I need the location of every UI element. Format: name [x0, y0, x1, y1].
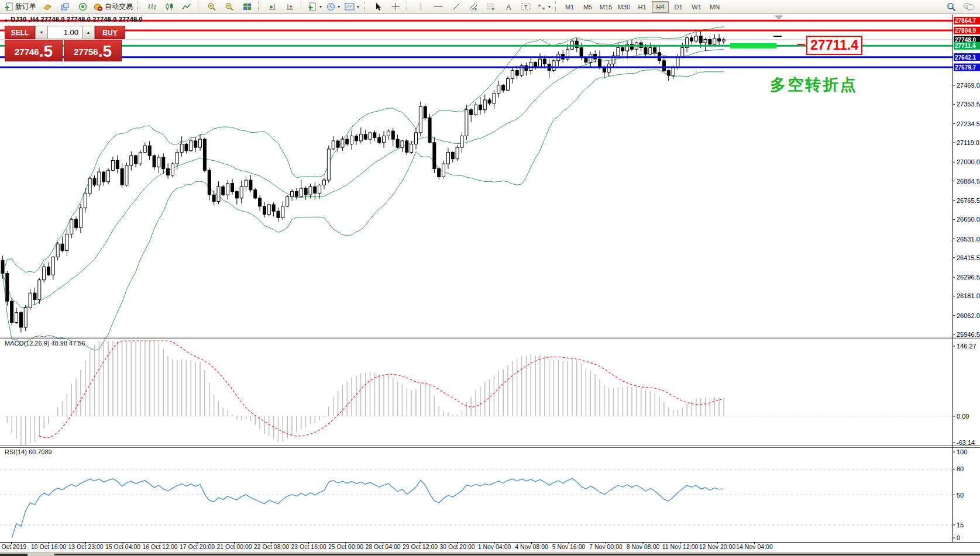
profiles-icon — [60, 3, 70, 11]
indicators-button[interactable]: ▾ — [306, 1, 324, 13]
horizontal-line-button[interactable] — [429, 1, 447, 13]
time-axis-label: 15 Oct 04:00 — [105, 543, 140, 550]
time-axis-label: 11 Nov 12:00 — [662, 543, 699, 550]
rsi-level-label: 80 — [957, 465, 964, 472]
timeframe-button-MN[interactable]: MN — [706, 1, 723, 13]
timeframe-button-M30[interactable]: M30 — [615, 1, 632, 13]
text-icon: A — [505, 3, 513, 11]
arrows-button[interactable]: ▾ — [535, 1, 553, 13]
volume-decrease-button[interactable]: ▼ — [35, 26, 48, 39]
buy-button[interactable]: BUY — [95, 26, 125, 39]
gold-tag-icon — [43, 3, 52, 11]
timeframe-button-M1[interactable]: M1 — [561, 1, 578, 13]
buy-price[interactable]: 27756.5 — [64, 40, 122, 61]
time-axis-label: 12 Nov 20:00 — [699, 543, 735, 550]
indicators-icon — [308, 2, 317, 11]
periods-button[interactable]: ▾ — [324, 1, 342, 13]
zoom-in-button[interactable] — [203, 1, 221, 13]
candlestick-chart-button[interactable] — [160, 1, 178, 13]
market-watch-button[interactable] — [39, 1, 56, 13]
tile-windows-button[interactable] — [238, 1, 256, 13]
time-axis-label: 16 Oct 12:00 — [142, 543, 177, 550]
chat-bubbles-icon — [963, 2, 975, 11]
text-label-icon: T — [521, 2, 531, 11]
timeframe-button-W1[interactable]: W1 — [688, 1, 705, 13]
svg-text:27642.1: 27642.1 — [955, 54, 976, 61]
bottom-scroll-strip[interactable] — [0, 552, 980, 556]
symbol-title: ▲DJ30 ,H4 27748.0 27748.0 27748.0 27748.… — [4, 16, 143, 23]
price-tick-label: 26765.5 — [957, 197, 980, 204]
cursor-button[interactable] — [369, 1, 387, 13]
arrows-icon — [537, 3, 546, 11]
line-chart-button[interactable] — [178, 1, 195, 13]
fibonacci-button[interactable]: F — [482, 1, 500, 13]
chart-shift-button[interactable] — [281, 1, 298, 13]
chart-shift-marker[interactable] — [775, 16, 782, 19]
search-button[interactable] — [943, 1, 960, 13]
community-chat-button[interactable] — [960, 1, 978, 13]
timeframe-button-M15[interactable]: M15 — [597, 1, 614, 13]
candlestick-chart-icon — [165, 2, 174, 11]
rsi-indicator-label: RSI(14) 60.7089 — [5, 448, 52, 455]
timeframe-button-H1[interactable]: H1 — [634, 1, 651, 13]
highlight-bar[interactable] — [730, 43, 776, 49]
buy-price-pips: .5 — [98, 43, 112, 60]
svg-text:T: T — [524, 4, 528, 10]
volume-increase-button[interactable]: ▲ — [82, 26, 95, 39]
timeframe-button-H4[interactable]: H4 — [652, 1, 669, 13]
trendline-button[interactable] — [447, 1, 465, 13]
scroll-thumb[interactable] — [0, 554, 27, 556]
templates-button[interactable]: ▾ — [342, 1, 362, 13]
main-toolbar: 新订单 自动交易 ▾ ▾ ▾ E F A T ▾ M1M5M15M30H1H4D… — [0, 0, 980, 14]
time-axis-label: 30 Oct 20:00 — [439, 543, 474, 550]
chart-shift-icon — [286, 3, 294, 11]
time-axis-label: 21 Oct 00:00 — [216, 543, 252, 550]
svg-text:27711.4: 27711.4 — [955, 43, 976, 49]
bollinger-lower-band — [3, 70, 724, 350]
price-callout[interactable]: 27711.4 — [806, 36, 862, 55]
time-axis-label: 4 Nov 08:00 — [515, 543, 548, 550]
tile-windows-icon — [243, 3, 252, 11]
price-tick-label: 27353.5 — [957, 101, 980, 108]
auto-trading-button[interactable]: 自动交易 — [91, 1, 135, 13]
vertical-line-button[interactable] — [412, 1, 429, 13]
timeframe-toolbar: M1M5M15M30H1H4D1W1MN — [561, 1, 724, 13]
time-axis-label: 29 Oct 12:00 — [403, 543, 438, 550]
collapse-panel-icon[interactable]: ▲ — [4, 18, 8, 23]
timeframe-button-D1[interactable]: D1 — [670, 1, 687, 13]
line-chart-icon — [182, 3, 191, 11]
crosshair-button[interactable] — [387, 1, 404, 13]
svg-text:27864.7: 27864.7 — [955, 18, 976, 24]
sell-price[interactable]: 27746.5 — [5, 40, 63, 61]
zoom-out-icon — [225, 2, 234, 11]
signal-button[interactable] — [74, 1, 91, 13]
trend-annotation[interactable]: 多空转折点 — [770, 74, 858, 95]
rsi-level-label: 0 — [957, 534, 960, 541]
bar-chart-button[interactable] — [143, 1, 160, 13]
auto-trading-icon — [94, 3, 103, 11]
time-axis-label: 1 Nov 04:00 — [478, 543, 511, 550]
timeframe-button-M5[interactable]: M5 — [579, 1, 596, 13]
svg-text:27579.7: 27579.7 — [955, 64, 976, 71]
time-axis-label: 28 Oct 04:00 — [365, 543, 400, 550]
auto-scroll-button[interactable] — [263, 1, 281, 13]
trendline-icon — [452, 2, 460, 11]
volume-input[interactable] — [48, 26, 82, 39]
time-axis[interactable]: 9 Oct 201910 Oct 16:0013 Oct 23:0015 Oct… — [0, 543, 980, 551]
time-axis-label: 10 Oct 16:00 — [31, 543, 66, 550]
equidistant-channel-button[interactable]: E — [465, 1, 482, 13]
profiles-button[interactable] — [56, 1, 74, 13]
rsi-level-label: 15 — [957, 522, 964, 529]
time-axis-label: 14 Nov 04:00 — [736, 543, 772, 550]
sell-button[interactable]: SELL — [5, 26, 35, 39]
price-tick-label: 26181.0 — [957, 292, 980, 299]
dropdown-icon: ▾ — [357, 4, 359, 9]
zoom-out-button[interactable] — [221, 1, 238, 13]
price-tick-label: 27119.0 — [957, 139, 979, 146]
text-label-button[interactable]: T — [517, 1, 535, 13]
new-order-button[interactable]: 新订单 — [2, 1, 39, 13]
time-axis-label: 7 Nov 00:00 — [589, 543, 623, 550]
text-button[interactable]: A — [500, 1, 517, 13]
sell-price-pips: .5 — [39, 43, 53, 60]
fibonacci-icon: F — [486, 2, 496, 11]
